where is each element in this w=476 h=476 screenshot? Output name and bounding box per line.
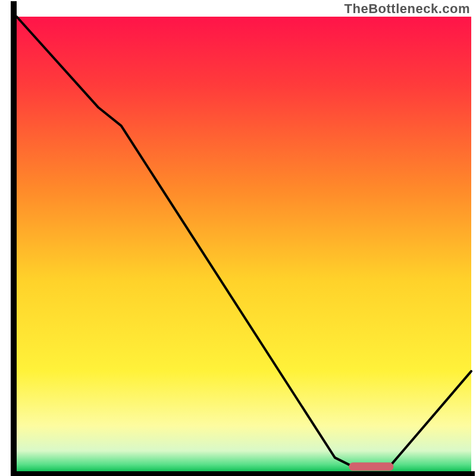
plot-background xyxy=(17,17,471,471)
chart-container: TheBottleneck.com xyxy=(0,0,476,476)
watermark-label: TheBottleneck.com xyxy=(345,1,470,17)
bottleneck-chart xyxy=(0,0,476,476)
